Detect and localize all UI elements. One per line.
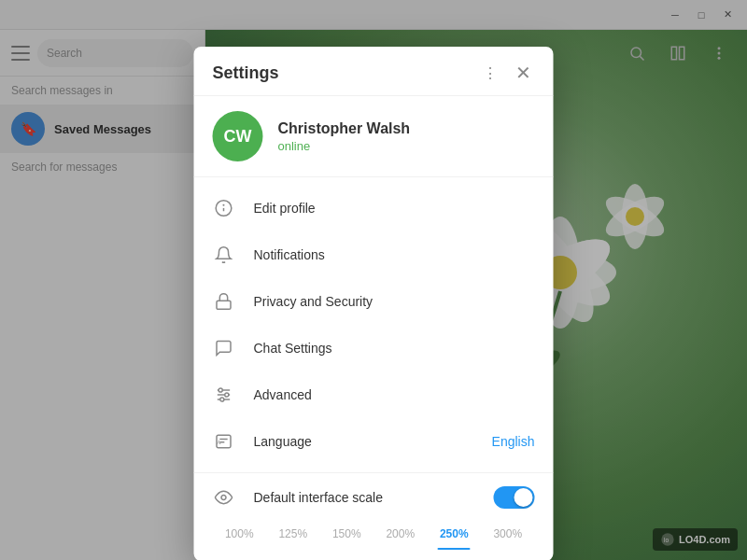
lock-icon bbox=[213, 290, 235, 313]
sliders-icon bbox=[213, 384, 235, 406]
scale-toggle[interactable] bbox=[494, 486, 535, 509]
chat-settings-label: Chat Settings bbox=[254, 341, 535, 356]
scale-300[interactable]: 300% bbox=[491, 524, 524, 544]
eye-icon bbox=[213, 486, 235, 509]
language-item[interactable]: A Language English bbox=[194, 418, 554, 465]
scale-label: Default interface scale bbox=[254, 490, 384, 505]
scale-left: Default interface scale bbox=[213, 486, 384, 509]
info-icon bbox=[213, 197, 235, 219]
svg-point-29 bbox=[225, 393, 229, 397]
scale-125[interactable]: 125% bbox=[276, 524, 309, 544]
scale-250[interactable]: 250% bbox=[438, 524, 471, 544]
svg-text:A: A bbox=[217, 439, 221, 445]
bell-icon bbox=[213, 244, 235, 266]
svg-rect-24 bbox=[217, 301, 231, 309]
chat-settings-item[interactable]: Chat Settings bbox=[194, 325, 554, 371]
edit-profile-label: Edit profile bbox=[254, 201, 535, 216]
privacy-security-item[interactable]: Privacy and Security bbox=[194, 278, 554, 325]
modal-header-actions: ⋮ ✕ bbox=[479, 62, 535, 84]
modal-title: Settings bbox=[213, 63, 279, 83]
profile-status: online bbox=[278, 139, 535, 153]
svg-point-30 bbox=[220, 398, 224, 401]
toggle-knob bbox=[514, 488, 533, 507]
advanced-label: Advanced bbox=[254, 387, 535, 402]
modal-header: Settings ⋮ ✕ bbox=[194, 47, 554, 96]
scale-100[interactable]: 100% bbox=[223, 524, 256, 544]
profile-name: Christopher Walsh bbox=[278, 120, 535, 137]
scale-options: 100% 125% 150% 200% 250% 300% bbox=[213, 524, 535, 548]
modal-menu-button[interactable]: ⋮ bbox=[479, 62, 501, 84]
scale-active-indicator bbox=[438, 548, 471, 550]
scale-row: Default interface scale bbox=[213, 486, 535, 509]
scale-section: Default interface scale 100% 125% 150% 2… bbox=[194, 473, 554, 560]
notifications-label: Notifications bbox=[254, 247, 535, 262]
language-icon: A bbox=[213, 430, 235, 453]
privacy-security-label: Privacy and Security bbox=[254, 294, 535, 309]
modal-close-button[interactable]: ✕ bbox=[513, 62, 535, 84]
scale-150[interactable]: 150% bbox=[331, 524, 363, 544]
profile-section[interactable]: CW Christopher Walsh online bbox=[194, 96, 554, 177]
svg-point-35 bbox=[221, 496, 226, 500]
avatar: CW bbox=[213, 111, 263, 161]
menu-items-list: Edit profile Notifications Privacy and S… bbox=[194, 177, 554, 473]
svg-point-28 bbox=[218, 388, 222, 392]
edit-profile-item[interactable]: Edit profile bbox=[194, 185, 554, 231]
chat-icon bbox=[213, 337, 235, 359]
advanced-item[interactable]: Advanced bbox=[194, 371, 554, 418]
language-value: English bbox=[492, 434, 535, 449]
scale-200[interactable]: 200% bbox=[384, 524, 416, 544]
settings-modal: Settings ⋮ ✕ CW Christopher Walsh online… bbox=[194, 47, 554, 560]
language-label: Language bbox=[254, 434, 473, 449]
profile-info: Christopher Walsh online bbox=[278, 120, 535, 153]
notifications-item[interactable]: Notifications bbox=[194, 231, 554, 278]
